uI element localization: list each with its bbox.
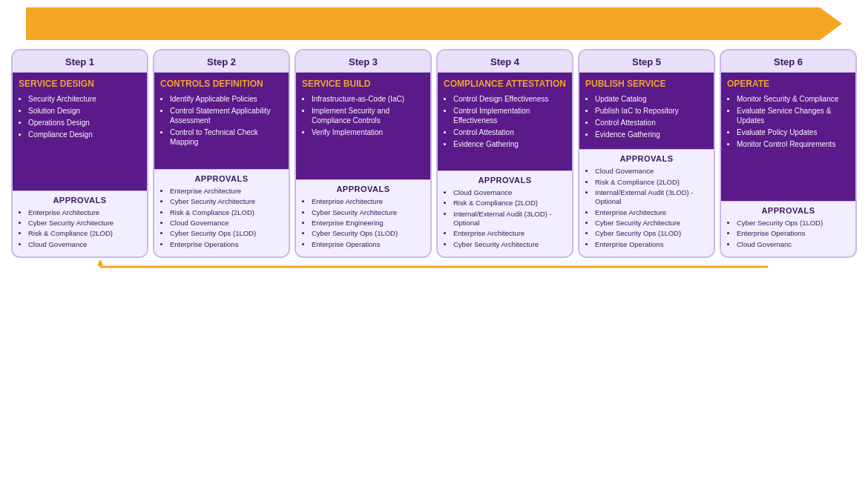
step-items-5: Update CatalogPublish IaC to RepositoryC…	[585, 94, 708, 139]
approvals-items-5: Cloud GovernanceRisk & Compliance (2LOD)…	[585, 167, 708, 249]
step-col-6: Step 6OPERATEMonitor Security & Complian…	[720, 49, 857, 258]
approvals-section-3: APPROVALSEnterprise ArchitectureCyber Se…	[296, 179, 430, 256]
step-header-5: Step 5	[579, 50, 714, 73]
list-item: Control Implementation Effectiveness	[453, 106, 566, 125]
svg-marker-2	[97, 259, 103, 265]
list-item: Internal/External Audit (3LOD) -Optional	[595, 188, 708, 207]
arrow-shape	[26, 7, 842, 40]
step-header-3: Step 3	[296, 50, 430, 73]
approvals-section-1: APPROVALSEnterprise ArchitectureCyber Se…	[13, 191, 147, 256]
list-item: Verify Implementation	[312, 127, 424, 137]
list-item: Cyber Security Ops (1LOD)	[595, 229, 708, 238]
approvals-title-3: APPROVALS	[302, 185, 424, 193]
list-item: Enterprise Architecture	[595, 208, 708, 217]
step-header-2: Step 2	[154, 50, 289, 73]
list-item: Risk & Compliance (2LOD)	[453, 199, 566, 208]
step-body-3: SERVICE BUILDInfrastructure-as-Code (IaC…	[296, 73, 430, 179]
feedback-arrow-container	[11, 259, 857, 276]
step-header-6: Step 6	[721, 50, 855, 73]
list-item: Cyber Security Architecture	[28, 219, 141, 228]
approvals-section-4: APPROVALSCloud GovernanceRisk & Complian…	[438, 170, 572, 256]
list-item: Cloud Governanc	[737, 240, 849, 249]
list-item: Control Attestation	[453, 127, 566, 137]
step-header-1: Step 1	[13, 50, 147, 73]
list-item: Enterprise Architecture	[453, 229, 566, 238]
list-item: Control Design Effectiveness	[453, 94, 566, 104]
step-items-2: Identify Applicable PoliciesControl Stat…	[160, 94, 283, 147]
list-item: Solution Design	[28, 106, 141, 116]
list-item: Enterprise Operations	[312, 240, 424, 249]
list-item: Infrastructure-as-Code (IaC)	[312, 94, 424, 104]
list-item: Compliance Design	[28, 130, 141, 139]
list-item: Cloud Governance	[28, 240, 141, 249]
step-col-1: Step 1SERVICE DESIGNSecurity Architectur…	[11, 49, 148, 258]
list-item: Risk & Compliance (2LOD)	[595, 178, 708, 187]
approvals-title-1: APPROVALS	[19, 196, 141, 205]
list-item: Enterprise Operations	[595, 240, 708, 249]
step-col-2: Step 2CONTROLS DEFINITIONIdentify Applic…	[153, 49, 290, 258]
list-item: Enterprise Engineering	[312, 219, 424, 228]
step-body-4: COMPLIANCE ATTESTATIONControl Design Eff…	[438, 73, 572, 170]
timeline-banner	[11, 7, 857, 40]
approvals-section-2: APPROVALSEnterprise ArchitectureCyber Se…	[154, 169, 289, 256]
list-item: Monitor Security & Compliance	[737, 94, 849, 104]
list-item: Cyber Security Architecture	[312, 208, 424, 217]
step-title-1: SERVICE DESIGN	[19, 79, 141, 89]
feedback-arrow	[93, 259, 775, 276]
list-item: Identify Applicable Policies	[170, 94, 283, 104]
approvals-title-4: APPROVALS	[444, 176, 566, 185]
list-item: Operations Design	[28, 118, 141, 127]
list-item: Control to Technical Check Mapping	[170, 127, 283, 147]
approvals-title-5: APPROVALS	[585, 154, 708, 163]
step-items-3: Infrastructure-as-Code (IaC)Implement Se…	[302, 94, 424, 137]
approvals-section-6: APPROVALSCyber Security Ops (1LOD)Enterp…	[721, 201, 855, 256]
step-items-6: Monitor Security & ComplianceEvaluate Se…	[727, 94, 849, 149]
approvals-title-6: APPROVALS	[727, 206, 849, 215]
list-item: Cyber Security Architecture	[595, 219, 708, 228]
list-item: Risk & Compliance (2LOD)	[170, 208, 283, 217]
list-item: Implement Security and Compliance Contro…	[312, 106, 424, 125]
list-item: Cyber Security Ops (1LOD)	[737, 219, 849, 228]
list-item: Enterprise Operations	[737, 229, 849, 238]
step-items-1: Security ArchitectureSolution DesignOper…	[19, 94, 141, 139]
approvals-items-3: Enterprise ArchitectureCyber Security Ar…	[302, 197, 424, 249]
list-item: Monitor Control Requirements	[737, 139, 849, 149]
list-item: Control Statement Applicability Assessme…	[170, 106, 283, 125]
step-title-6: OPERATE	[727, 79, 849, 89]
list-item: Enterprise Architecture	[170, 187, 283, 196]
list-item: Publish IaC to Repository	[595, 106, 708, 116]
step-title-3: SERVICE BUILD	[302, 79, 424, 89]
step-body-2: CONTROLS DEFINITIONIdentify Applicable P…	[154, 73, 289, 169]
list-item: Cloud Governance	[453, 188, 566, 197]
step-col-4: Step 4COMPLIANCE ATTESTATIONControl Desi…	[436, 49, 573, 258]
list-item: Security Architecture	[28, 94, 141, 104]
approvals-section-5: APPROVALSCloud GovernanceRisk & Complian…	[579, 149, 714, 256]
list-item: Cloud Governance	[595, 167, 708, 176]
approvals-title-2: APPROVALS	[160, 174, 283, 183]
list-item: Update Catalog	[595, 94, 708, 104]
step-body-5: PUBLISH SERVICEUpdate CatalogPublish IaC…	[579, 73, 714, 149]
list-item: Evaluate Service Changes & Updates	[737, 106, 849, 125]
list-item: Cyber Security Architecture	[453, 240, 566, 249]
list-item: Enterprise Architecture	[312, 197, 424, 206]
list-item: Cyber Security Architecture	[170, 197, 283, 206]
step-body-6: OPERATEMonitor Security & ComplianceEval…	[721, 73, 855, 201]
step-title-4: COMPLIANCE ATTESTATION	[444, 79, 566, 89]
list-item: Evidence Gathering	[453, 139, 566, 149]
step-header-4: Step 4	[438, 50, 572, 73]
step-body-1: SERVICE DESIGNSecurity ArchitectureSolut…	[13, 73, 147, 191]
steps-row: Step 1SERVICE DESIGNSecurity Architectur…	[11, 49, 857, 258]
list-item: Evaluate Policy Updates	[737, 127, 849, 137]
list-item: Evidence Gathering	[595, 130, 708, 139]
step-items-4: Control Design EffectivenessControl Impl…	[444, 94, 566, 149]
list-item: Enterprise Architecture	[28, 208, 141, 217]
list-item: Internal/External Audit (3LOD) -Optional	[453, 210, 566, 228]
list-item: Risk & Compliance (2LOD)	[28, 229, 141, 238]
approvals-items-1: Enterprise ArchitectureCyber Security Ar…	[19, 208, 141, 249]
step-col-5: Step 5PUBLISH SERVICEUpdate CatalogPubli…	[578, 49, 715, 258]
step-title-2: CONTROLS DEFINITION	[160, 79, 283, 89]
approvals-items-6: Cyber Security Ops (1LOD)Enterprise Oper…	[727, 219, 849, 249]
approvals-items-4: Cloud GovernanceRisk & Compliance (2LOD)…	[444, 188, 566, 249]
approvals-items-2: Enterprise ArchitectureCyber Security Ar…	[160, 187, 283, 249]
list-item: Cloud Governance	[170, 219, 283, 228]
